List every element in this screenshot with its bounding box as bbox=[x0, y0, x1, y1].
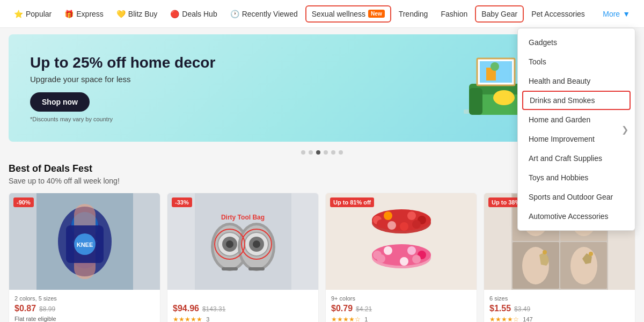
dot-6[interactable] bbox=[339, 150, 343, 155]
nav-label: More bbox=[603, 10, 620, 18]
svg-point-61 bbox=[384, 246, 392, 255]
clock-icon: 🕐 bbox=[230, 10, 239, 18]
price-old-2: $143.31 bbox=[202, 305, 225, 313]
product-card-1[interactable]: -90% KNEE 2 colors, 5 sizes bbox=[9, 193, 160, 322]
nav-label: Deals Hub bbox=[182, 10, 217, 18]
chevron-right-icon: ❯ bbox=[621, 125, 628, 135]
svg-point-56 bbox=[387, 221, 396, 230]
nav-item-sexual-wellness[interactable]: Sexual wellness New bbox=[305, 5, 391, 23]
product-info-3: 9+ colors $0.79 $4.21 ★★★★☆ 1 Flat rate … bbox=[326, 290, 477, 322]
stars-2: ★★★★★ 3 bbox=[173, 316, 313, 322]
toys-hobbies-label: Toys and Hobbies bbox=[529, 173, 588, 182]
price-old-4: $3.49 bbox=[514, 305, 530, 313]
dropdown-item-home-garden[interactable]: Home and Garden bbox=[518, 110, 635, 129]
nav-label: Trending bbox=[399, 10, 428, 18]
dropdown-item-home-improvement[interactable]: Home Improvement bbox=[518, 129, 635, 149]
dropdown-item-health-beauty[interactable]: Health and Beauty bbox=[518, 71, 635, 91]
svg-point-42 bbox=[253, 240, 260, 248]
chevron-down-icon: ▼ bbox=[623, 10, 630, 18]
banner-title: Up to 25% off home decor bbox=[30, 54, 453, 71]
nav-label: Sexual wellness bbox=[312, 10, 365, 18]
price-main-3: $0.79 bbox=[331, 304, 353, 313]
top-nav: ⭐ Popular 🎁 Express 💛 Blitz Buy 🔴 Deals … bbox=[0, 0, 644, 28]
bracelet-product-image bbox=[353, 193, 450, 290]
product-price-4: $1.55 $3.49 bbox=[489, 304, 630, 313]
product-image-3: Up to 81% off bbox=[326, 193, 477, 290]
banner-subtitle: Upgrade your space for less bbox=[30, 75, 453, 84]
dropdown-item-automotive[interactable]: Automotive Accessories bbox=[518, 207, 635, 226]
nav-item-express[interactable]: 🎁 Express bbox=[59, 6, 109, 21]
svg-point-67 bbox=[387, 256, 396, 265]
dropdown-item-sports-outdoor[interactable]: Sports and Outdoor Gear bbox=[518, 187, 635, 207]
stars-4: ★★★★☆ 147 bbox=[489, 316, 630, 322]
svg-point-50 bbox=[384, 211, 392, 220]
svg-text:KNEE: KNEE bbox=[76, 241, 93, 248]
deal-badge-3: Up to 81% off bbox=[330, 197, 374, 207]
nav-label: Baby Gear bbox=[481, 10, 517, 18]
dropdown-item-drinks-smokes[interactable]: Drinks and Smokes bbox=[522, 91, 631, 110]
star-icon: ⭐ bbox=[14, 10, 23, 18]
svg-rect-43 bbox=[248, 267, 265, 270]
dot-4[interactable] bbox=[324, 150, 328, 155]
svg-point-79 bbox=[543, 250, 547, 254]
banner-note: *Discounts may vary by country bbox=[30, 116, 453, 122]
review-count-4: 147 bbox=[523, 316, 532, 322]
svg-point-51 bbox=[396, 210, 404, 219]
art-craft-label: Art and Craft Supplies bbox=[529, 154, 602, 163]
nav-item-blitz-buy[interactable]: 💛 Blitz Buy bbox=[111, 6, 163, 21]
product-info-1: 2 colors, 5 sizes $0.87 $8.99 Flat rate … bbox=[9, 290, 160, 322]
dropdown-item-gadgets[interactable]: Gadgets bbox=[518, 33, 635, 52]
dot-3[interactable] bbox=[316, 150, 320, 155]
gift-icon: 🎁 bbox=[64, 10, 74, 18]
product-tag-2: Dirty Tool Bag bbox=[167, 214, 318, 221]
nav-item-trending[interactable]: Trending bbox=[393, 6, 434, 21]
deals-icon: 🔴 bbox=[170, 10, 179, 18]
product-price-3: $0.79 $4.21 bbox=[331, 304, 471, 313]
svg-point-55 bbox=[400, 222, 408, 231]
svg-point-57 bbox=[377, 219, 385, 228]
product-variants-3: 9+ colors bbox=[331, 295, 471, 302]
dropdown-item-tools[interactable]: Tools bbox=[518, 52, 635, 71]
svg-point-62 bbox=[396, 245, 404, 254]
home-improvement-label: Home Improvement bbox=[529, 135, 595, 143]
svg-point-54 bbox=[412, 220, 421, 229]
svg-rect-37 bbox=[222, 267, 238, 270]
nav-label: Blitz Buy bbox=[128, 10, 157, 18]
product-card-2[interactable]: -33% Dirty Tool Bag bbox=[167, 193, 319, 322]
dropdown-item-toys-hobbies[interactable]: Toys and Hobbies bbox=[518, 168, 635, 187]
shop-now-button[interactable]: Shop now bbox=[30, 92, 90, 112]
nav-item-more[interactable]: More ▼ bbox=[597, 6, 635, 21]
svg-point-5 bbox=[493, 90, 515, 105]
product-price-1: $0.87 $8.99 bbox=[14, 304, 155, 313]
product-variants-2 bbox=[173, 295, 313, 302]
discount-badge-1: -90% bbox=[13, 197, 34, 207]
nav-item-pet-accessories[interactable]: Pet Accessories bbox=[526, 6, 590, 21]
svg-point-18 bbox=[491, 62, 499, 71]
svg-point-63 bbox=[407, 246, 416, 255]
nav-item-baby-gear[interactable]: Baby Gear bbox=[475, 5, 524, 23]
nav-label: Popular bbox=[26, 10, 52, 18]
review-count-2: 3 bbox=[206, 316, 209, 322]
dot-5[interactable] bbox=[331, 150, 335, 155]
svg-point-65 bbox=[412, 255, 421, 264]
new-badge: New bbox=[368, 10, 385, 18]
nav-item-recently-viewed[interactable]: 🕐 Recently Viewed bbox=[225, 6, 303, 21]
product-card-3[interactable]: Up to 81% off bbox=[325, 193, 477, 322]
svg-point-36 bbox=[226, 240, 233, 248]
dot-1[interactable] bbox=[301, 150, 305, 155]
bolt-icon: 💛 bbox=[116, 10, 126, 18]
dropdown-item-art-craft[interactable]: Art and Craft Supplies bbox=[518, 149, 635, 168]
product-info-4: 6 sizes $1.55 $3.49 ★★★★☆ 147 Flat rate … bbox=[484, 290, 635, 322]
svg-rect-3 bbox=[469, 88, 482, 115]
price-main-2: $94.96 bbox=[173, 304, 199, 313]
nav-label: Pet Accessories bbox=[531, 10, 585, 18]
health-beauty-label: Health and Beauty bbox=[529, 77, 590, 85]
svg-rect-46 bbox=[353, 193, 450, 290]
gadgets-label: Gadgets bbox=[529, 38, 557, 47]
nav-item-deals-hub[interactable]: 🔴 Deals Hub bbox=[165, 6, 222, 21]
dot-2[interactable] bbox=[309, 150, 313, 155]
nav-item-popular[interactable]: ⭐ Popular bbox=[9, 6, 57, 21]
drinks-smokes-label: Drinks and Smokes bbox=[530, 96, 595, 105]
flat-rate-1: Flat rate eligible bbox=[14, 316, 155, 322]
nav-item-fashion[interactable]: Fashion bbox=[435, 6, 473, 21]
